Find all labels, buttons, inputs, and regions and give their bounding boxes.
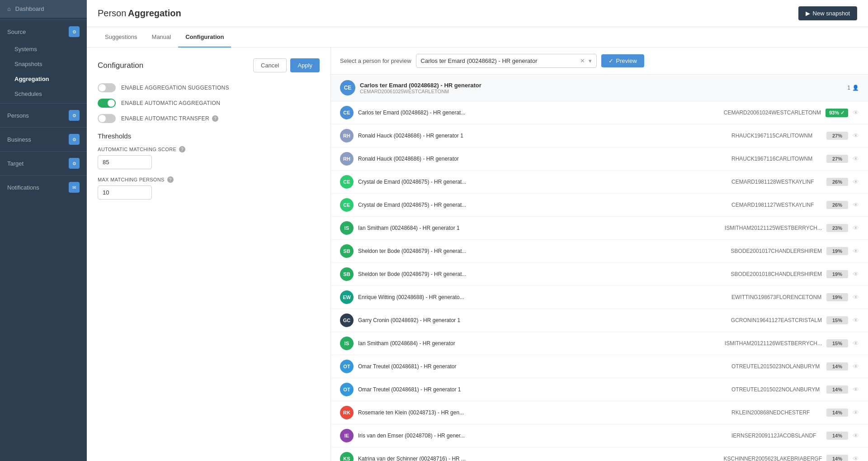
business-settings-icon[interactable]: ⚙ <box>69 134 80 145</box>
persons-label: Persons <box>7 112 29 119</box>
tab-bar: Suggestions Manual Configuration <box>87 27 868 48</box>
sidebar-item-schedules[interactable]: Schedules <box>0 86 87 101</box>
toggle-suggestions[interactable] <box>98 83 116 92</box>
result-eye-icon[interactable]: 👁 <box>853 386 859 393</box>
auto-score-info-icon[interactable]: ? <box>179 146 185 152</box>
target-settings-icon[interactable]: ⚙ <box>69 158 80 169</box>
person-header: CE Carlos ter Emard (00248682) - HR gene… <box>331 75 868 101</box>
thresholds-title: Thresholds <box>98 132 320 140</box>
persons-settings-icon[interactable]: ⚙ <box>69 110 80 121</box>
result-eye-icon[interactable]: 👁 <box>853 340 859 347</box>
form-group-auto-score: AUTOMATIC MATCHING SCORE ? <box>98 146 320 169</box>
result-info: Omar Treutel (00248681) - HR generator <box>358 363 727 370</box>
notifications-settings-icon[interactable]: ✉ <box>69 182 80 193</box>
form-group-max-persons: MAX MATCHING PERSONS ? <box>98 176 320 200</box>
toggle-suggestions-label: ENABLE AGGREGATION SUGGESTIONS <box>121 85 229 91</box>
max-persons-info-icon[interactable]: ? <box>167 176 174 183</box>
topbar-actions: ▶ New snapshot <box>798 6 857 20</box>
result-eye-icon[interactable]: 👁 <box>853 224 859 232</box>
sidebar-section-target[interactable]: Target ⚙ <box>0 153 87 173</box>
preview-label-text: Preview <box>616 57 637 64</box>
result-eye-icon[interactable]: 👁 <box>853 409 859 416</box>
result-code: GCRONIN19641127EASTCRISTALM <box>731 317 822 323</box>
result-code: KSCHINNER2005623LAKEBRIABERGF <box>724 456 822 461</box>
config-header: Configuration Cancel Apply <box>98 58 320 72</box>
result-info: Ian Smitham (00248684) - HR generator <box>358 340 720 347</box>
result-score-badge: 14% <box>826 385 848 394</box>
page-title-bold: Aggregation <box>128 8 181 18</box>
auto-score-label: AUTOMATIC MATCHING SCORE ? <box>98 146 320 152</box>
sidebar-section-persons[interactable]: Persons ⚙ <box>0 105 87 125</box>
result-eye-icon[interactable]: 👁 <box>853 201 859 209</box>
dashboard-label: Dashboard <box>15 5 44 12</box>
result-avatar: RK <box>340 406 354 419</box>
play-icon: ▶ <box>806 10 810 17</box>
result-score-badge: 26% <box>826 178 848 186</box>
result-avatar: IS <box>340 337 354 350</box>
preview-header: Select a person for preview Carlos ter E… <box>331 48 868 75</box>
toggle-transfer[interactable] <box>98 114 116 123</box>
result-code: OTREUTEL2015022NOLANBURYM <box>731 386 822 393</box>
result-avatar: OT <box>340 383 354 396</box>
person-header-name: Carlos ter Emard (00248682) - HR generat… <box>360 82 843 89</box>
sidebar-item-snapshots[interactable]: Snapshots <box>0 57 87 71</box>
result-eye-icon[interactable]: 👁 <box>853 432 859 439</box>
tab-suggestions[interactable]: Suggestions <box>98 27 145 48</box>
result-name: Carlos ter Emard (00248682) - HR generat… <box>358 109 719 116</box>
result-name: Enrique Witting (00248688) - HR generato… <box>358 294 727 300</box>
new-snapshot-button[interactable]: ▶ New snapshot <box>798 6 857 20</box>
apply-button[interactable]: Apply <box>290 58 320 72</box>
transfer-info-icon[interactable]: ? <box>212 115 218 122</box>
sidebar-divider-4 <box>0 151 87 152</box>
max-persons-input[interactable] <box>98 185 152 200</box>
clear-icon[interactable]: ✕ <box>580 57 585 64</box>
sidebar-section-source[interactable]: Source ⚙ <box>0 22 87 42</box>
result-avatar: KS <box>340 452 354 461</box>
result-code: ISMITHAM20121126WESTBERRYCH... <box>725 340 822 347</box>
result-avatar: CE <box>340 198 354 212</box>
result-name: Crystal de Emard (00248675) - HR generat… <box>358 179 727 185</box>
result-info: Garry Cronin (00248692) - HR generator 1 <box>358 317 726 323</box>
sidebar-divider-2 <box>0 103 87 104</box>
auto-score-input[interactable] <box>98 155 152 169</box>
result-score-badge: 27% <box>826 132 848 140</box>
result-score-badge: 19% <box>826 293 848 301</box>
preview-person-select[interactable]: Carlos ter Emard (00248682) - HR generat… <box>416 54 597 68</box>
result-eye-icon[interactable]: 👁 <box>853 271 859 278</box>
result-info: Sheldon ter Bode (00248679) - HR generat… <box>358 271 726 277</box>
source-settings-icon[interactable]: ⚙ <box>69 26 80 37</box>
results-list[interactable]: CE Carlos ter Emard (00248682) - HR gene… <box>331 101 868 461</box>
result-eye-icon[interactable]: 👁 <box>853 247 859 255</box>
result-name: Ian Smitham (00248684) - HR generator 1 <box>358 225 720 231</box>
chevron-down-icon[interactable]: ▾ <box>589 57 592 64</box>
result-eye-icon[interactable]: 👁 <box>853 132 859 139</box>
content-area: Configuration Cancel Apply ENABLE AGGREG… <box>87 48 868 461</box>
result-score-badge: 15% <box>826 316 848 324</box>
result-row: KS Katrina van der Schinner (00248716) -… <box>331 447 868 461</box>
result-name: Omar Treutel (00248681) - HR generator <box>358 363 727 370</box>
sidebar-item-aggregation[interactable]: Aggregation <box>0 71 87 86</box>
tab-configuration[interactable]: Configuration <box>178 27 231 48</box>
preview-button[interactable]: ✓ Preview <box>601 54 644 67</box>
result-eye-icon[interactable]: 👁 <box>853 109 859 116</box>
sidebar-section-notifications[interactable]: Notifications ✉ <box>0 177 87 197</box>
cancel-button[interactable]: Cancel <box>253 58 287 72</box>
result-info: Ian Smitham (00248684) - HR generator 1 <box>358 225 720 231</box>
tab-manual[interactable]: Manual <box>145 27 179 48</box>
result-eye-icon[interactable]: 👁 <box>853 317 859 324</box>
sidebar-item-systems[interactable]: Systems <box>0 42 87 57</box>
sidebar-item-dashboard[interactable]: ⌂ Dashboard <box>0 0 87 18</box>
sidebar-divider-5 <box>0 175 87 176</box>
person-header-avatar: CE <box>340 80 355 95</box>
result-eye-icon[interactable]: 👁 <box>853 294 859 301</box>
result-eye-icon[interactable]: 👁 <box>853 455 859 461</box>
result-score-badge: 23% <box>826 224 848 232</box>
result-eye-icon[interactable]: 👁 <box>853 178 859 185</box>
result-name: Ian Smitham (00248684) - HR generator <box>358 340 720 347</box>
result-eye-icon[interactable]: 👁 <box>853 155 859 162</box>
result-eye-icon[interactable]: 👁 <box>853 363 859 370</box>
result-avatar: OT <box>340 360 354 373</box>
result-row: GC Garry Cronin (00248692) - HR generato… <box>331 309 868 332</box>
toggle-aggregation[interactable] <box>98 99 116 108</box>
sidebar-section-business[interactable]: Business ⚙ <box>0 129 87 149</box>
